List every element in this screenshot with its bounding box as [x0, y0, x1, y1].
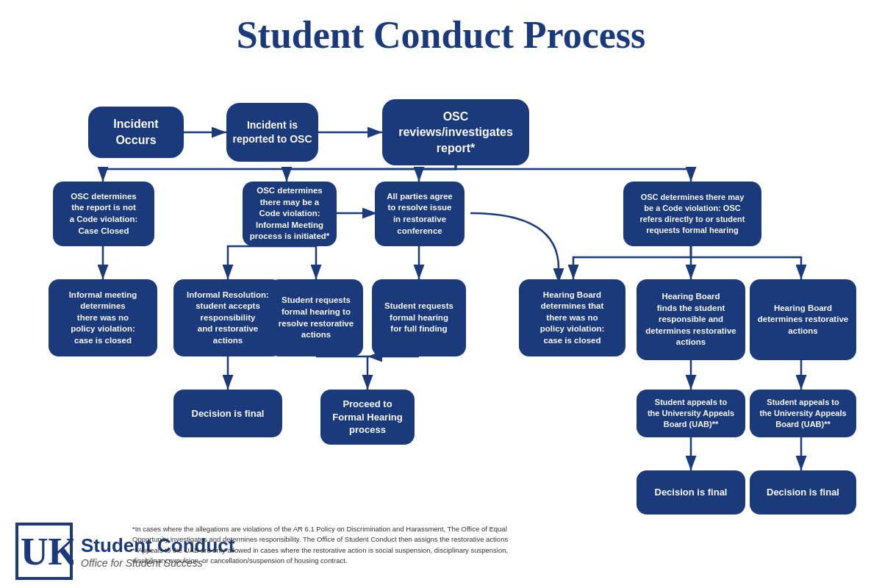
node-informal-resolution: Informal Resolution:student acceptsrespo… [173, 279, 282, 356]
uk-logo-icon: UK [15, 522, 74, 581]
node-all-parties-agree: All parties agreeto resolve issuein rest… [375, 182, 465, 246]
page-title: Student Conduct Process [0, 0, 882, 62]
node-decision-final-1: Decision is final [173, 390, 282, 437]
node-osc-code-violation: OSC determinesthere may be aCode violati… [243, 182, 337, 246]
node-hearing-restorative: Hearing Boarddetermines restorativeactio… [750, 279, 856, 360]
flowchart: Incident Occurs Incident is reported to … [0, 62, 882, 548]
node-incident-reported: Incident is reported to OSC [226, 103, 318, 162]
svg-text:UK: UK [21, 531, 74, 573]
node-student-formal-restorative: Student requestsformal hearing toresolve… [269, 279, 363, 356]
node-incident-occurs: Incident Occurs [88, 107, 184, 158]
node-student-formal-full: Student requestsformal hearingfor full f… [372, 279, 466, 356]
footer-note-1: *In cases where the allegations are viol… [132, 525, 508, 543]
node-hearing-responsible: Hearing Boardfinds the studentresponsibl… [637, 279, 745, 360]
node-informal-no-violation: Informal meetingdeterminesthere was nopo… [49, 279, 157, 356]
footer: UK Student Conduct Office for Student Su… [0, 507, 882, 588]
node-proceed-formal: Proceed toFormal Hearingprocess [320, 390, 415, 445]
node-student-appeals-1: Student appeals tothe University Appeals… [637, 390, 745, 437]
node-hearing-no-violation: Hearing Boarddetermines thatthere was no… [519, 279, 625, 356]
node-osc-reviews: OSC reviews/investigates report* [382, 99, 529, 165]
footer-note-2: **Appeals to the UAB are only allowed in… [132, 546, 508, 564]
node-osc-not-violation: OSC determinesthe report is nota Code vi… [53, 182, 154, 246]
node-student-appeals-2: Student appeals tothe University Appeals… [750, 390, 856, 437]
footer-notes: *In cases where the allegations are viol… [132, 524, 544, 566]
node-osc-refers: OSC determines there maybe a Code violat… [623, 182, 761, 246]
